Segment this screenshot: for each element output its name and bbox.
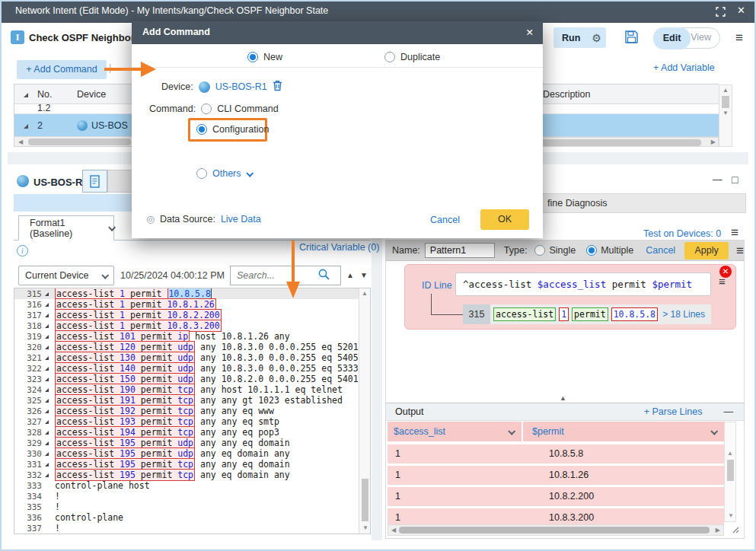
add-command-button[interactable]: + Add Command (17, 60, 107, 79)
scroll-down-icon[interactable]: ▼ (728, 512, 734, 519)
scroll-right-icon[interactable]: ▶ (716, 527, 720, 533)
scroll-left-icon[interactable]: ◀ (18, 139, 23, 145)
resize-grip[interactable] (732, 525, 739, 536)
config-line[interactable]: 322access-list 140 permit udp any 10.8.3… (14, 363, 370, 374)
search-input[interactable] (231, 270, 316, 281)
pattern-regex-input[interactable]: ^access-list $access_list permit $permit (455, 272, 711, 296)
new-label[interactable]: New (263, 52, 282, 62)
others-label[interactable]: Others (212, 168, 241, 179)
config-line[interactable]: 329access-list 195 permit udp any any eq… (14, 438, 370, 448)
scroll-right-icon[interactable]: ▶ (711, 139, 716, 145)
new-radio[interactable] (247, 52, 258, 62)
find-next-icon[interactable]: ▼ (360, 272, 368, 279)
hscroll-thumb[interactable] (28, 139, 131, 145)
config-vscrollbar[interactable]: ▲ ▼ (359, 288, 370, 533)
type-multiple-label[interactable]: Multiple (601, 245, 633, 256)
config-line[interactable]: 336control-plane (14, 512, 370, 523)
modal-device-name[interactable]: US-BOS-R1 (215, 81, 267, 92)
config-line[interactable]: 334! (14, 491, 370, 502)
config-line[interactable]: 331access-list 195 permit tcp any any eq… (14, 459, 370, 470)
duplicate-label[interactable]: Duplicate (400, 52, 440, 62)
config-line[interactable]: 335! (14, 502, 370, 512)
intent-tab[interactable]: Check OSPF Neighbor Stat (29, 32, 134, 43)
config-line[interactable]: 333control-plane host (14, 480, 370, 491)
duplicate-radio[interactable] (384, 52, 395, 62)
description-vscrollbar[interactable]: ▲ ▼ (719, 84, 732, 147)
config-line[interactable]: 319access-list 101 permit ip host 10.8.1… (14, 331, 370, 342)
modal-cancel-link[interactable]: Cancel (430, 215, 460, 225)
config-line[interactable]: 327access-list 193 permit tcp any any eq… (14, 416, 370, 427)
others-radio[interactable] (196, 168, 207, 179)
edit-tab[interactable]: Edit (653, 27, 691, 49)
config-line[interactable]: 326access-list 192 permit tcp any any eq… (14, 406, 370, 416)
description-hscrollbar[interactable]: ▶ (533, 137, 719, 147)
search-icon[interactable] (317, 268, 330, 283)
scroll-up-icon[interactable]: ▲ (719, 88, 732, 94)
live-data-link[interactable]: Live Data (221, 214, 261, 225)
parse-lines-link[interactable]: + Parse Lines (644, 406, 703, 417)
config-line[interactable]: 315access-list 1 permit 10.8.5.8 (14, 288, 370, 299)
config-line[interactable]: 316access-list 1 permit 10.8.1.26 (14, 299, 370, 310)
delete-device-icon[interactable] (273, 80, 282, 94)
pattern-menu-icon[interactable]: ≡ (736, 244, 744, 257)
scroll-up-icon[interactable]: ▲ (725, 450, 735, 457)
output-column-permit[interactable]: $permit (523, 422, 724, 441)
regex-menu-icon[interactable]: ≡ (719, 275, 726, 288)
scroll-up-icon[interactable]: ▲ (359, 291, 370, 297)
restore-icon[interactable]: □ (732, 174, 738, 186)
pattern-cancel-link[interactable]: Cancel (646, 245, 675, 256)
info-icon[interactable]: i (17, 245, 28, 256)
pattern-name-input[interactable] (425, 243, 495, 258)
minimize-icon[interactable]: — (713, 174, 723, 185)
cli-tab[interactable] (82, 170, 107, 193)
config-line[interactable]: 318access-list 1 permit 10.8.3.200 (14, 320, 370, 331)
save-icon[interactable] (624, 30, 639, 46)
close-icon[interactable]: ✕ (737, 5, 745, 16)
apply-button[interactable]: Apply (684, 242, 729, 260)
menu-icon[interactable]: ≡ (735, 31, 743, 44)
add-variable-link[interactable]: + Add Variable (653, 62, 715, 73)
cli-command-radio[interactable] (201, 104, 212, 114)
cli-command-label[interactable]: CLI Command (217, 104, 279, 114)
device-source-select[interactable]: Current Device (18, 266, 114, 285)
scroll-down-icon[interactable]: ▼ (362, 525, 368, 531)
more-lines-link[interactable]: > 18 Lines (662, 309, 705, 320)
modal-close-icon[interactable]: ✕ (526, 27, 534, 38)
output-minimize-icon[interactable]: — (724, 406, 734, 417)
view-tab[interactable]: View (691, 32, 711, 43)
run-button[interactable]: Run (553, 33, 586, 43)
type-single-label[interactable]: Single (549, 245, 576, 256)
collapse-all-icon[interactable] (14, 89, 37, 100)
scroll-left-icon[interactable]: ◀ (391, 527, 396, 533)
run-settings-gear-icon[interactable]: ⚙ (586, 32, 607, 44)
description-row-selected[interactable] (534, 114, 719, 136)
vscroll-thumb[interactable] (727, 460, 734, 481)
find-previous-icon[interactable]: ▲ (346, 272, 354, 279)
diagnosis-menu-icon[interactable]: ≡ (731, 226, 738, 239)
vscroll-thumb[interactable] (362, 479, 368, 521)
description-row-partial[interactable] (534, 104, 719, 114)
configuration-label[interactable]: Configuration (212, 124, 269, 135)
row-collapse-icon[interactable] (14, 120, 37, 131)
critical-variable-link[interactable]: Critical Variable (0) (299, 242, 379, 253)
config-line[interactable]: 324access-list 190 permit tcp any host 1… (14, 384, 370, 395)
format-baseline-tab[interactable]: Format1 (Baseline) (18, 215, 114, 240)
output-collapse-icon[interactable]: ▲ (560, 394, 566, 402)
config-line[interactable]: 330access-list 195 permit udp any eq dom… (14, 448, 370, 459)
config-line[interactable]: 332access-list 195 permit tcp any eq dom… (14, 470, 370, 480)
test-on-devices-link[interactable]: Test on Devices: 0 (643, 228, 721, 239)
secondary-tab[interactable] (107, 170, 135, 193)
scroll-down-icon[interactable]: ▼ (719, 110, 732, 116)
config-line[interactable]: 320access-list 120 permit udp any 10.8.3… (14, 342, 370, 352)
output-hscrollbar[interactable]: ◀ ▶ (388, 524, 724, 536)
config-line[interactable]: 328access-list 194 permit tcp any any eq… (14, 427, 370, 438)
type-multiple-radio[interactable] (586, 245, 597, 256)
type-single-radio[interactable] (534, 245, 545, 256)
config-line[interactable]: 337! (14, 523, 370, 533)
output-column-access-list[interactable]: $access_list (388, 422, 522, 441)
ok-button[interactable]: OK (480, 209, 529, 230)
config-line[interactable]: 317access-list 1 permit 10.8.2.200 (14, 310, 370, 320)
vscroll-thumb[interactable] (722, 96, 729, 108)
config-line[interactable]: 321access-list 130 permit udp any 10.8.3… (14, 352, 370, 363)
configuration-radio[interactable] (196, 124, 207, 135)
